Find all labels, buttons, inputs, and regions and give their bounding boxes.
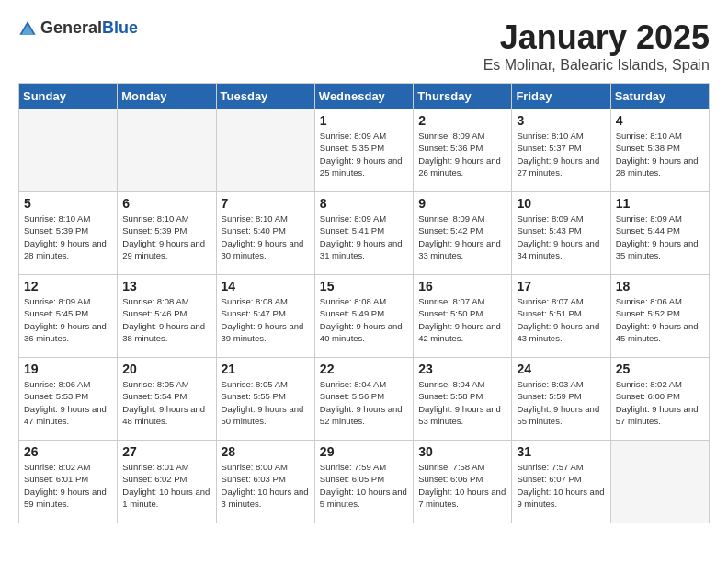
calendar-cell: 24 Sunrise: 8:03 AMSunset: 5:59 PMDaylig…: [512, 358, 610, 441]
day-info: Sunrise: 8:00 AMSunset: 6:03 PMDaylight:…: [222, 461, 310, 510]
day-number: 3: [517, 113, 605, 128]
day-info: Sunrise: 8:09 AMSunset: 5:44 PMDaylight:…: [616, 213, 704, 261]
day-number: 10: [517, 196, 605, 211]
col-header-wednesday: Wednesday: [314, 84, 413, 109]
day-info: Sunrise: 8:07 AMSunset: 5:50 PMDaylight:…: [418, 295, 506, 344]
calendar-cell: 15 Sunrise: 8:08 AMSunset: 5:49 PMDaylig…: [314, 275, 413, 358]
day-info: Sunrise: 8:10 AMSunset: 5:38 PMDaylight:…: [616, 130, 704, 178]
day-info: Sunrise: 8:02 AMSunset: 6:00 PMDaylight:…: [616, 378, 704, 427]
day-info: Sunrise: 7:59 AMSunset: 6:05 PMDaylight:…: [320, 461, 408, 510]
calendar-cell: 14 Sunrise: 8:08 AMSunset: 5:47 PMDaylig…: [216, 275, 314, 358]
calendar-cell: 4 Sunrise: 8:10 AMSunset: 5:38 PMDayligh…: [610, 109, 709, 192]
day-number: 7: [222, 196, 310, 211]
day-number: 29: [320, 444, 408, 459]
calendar-cell: 7 Sunrise: 8:10 AMSunset: 5:40 PMDayligh…: [216, 192, 314, 275]
day-info: Sunrise: 8:09 AMSunset: 5:41 PMDaylight:…: [320, 213, 408, 261]
month-title: January 2025: [483, 18, 710, 57]
week-row-2: 5 Sunrise: 8:10 AMSunset: 5:39 PMDayligh…: [19, 192, 710, 275]
week-row-3: 12 Sunrise: 8:09 AMSunset: 5:45 PMDaylig…: [19, 275, 710, 358]
day-info: Sunrise: 8:10 AMSunset: 5:39 PMDaylight:…: [24, 213, 112, 261]
day-number: 6: [122, 196, 210, 211]
day-info: Sunrise: 8:05 AMSunset: 5:54 PMDaylight:…: [122, 378, 210, 427]
calendar-cell: 20 Sunrise: 8:05 AMSunset: 5:54 PMDaylig…: [118, 358, 216, 441]
calendar-cell: [118, 109, 216, 192]
day-info: Sunrise: 8:06 AMSunset: 5:53 PMDaylight:…: [24, 378, 112, 427]
day-info: Sunrise: 8:04 AMSunset: 5:58 PMDaylight:…: [418, 378, 506, 427]
title-section: January 2025 Es Molinar, Balearic Island…: [483, 18, 710, 74]
calendar-cell: 22 Sunrise: 8:04 AMSunset: 5:56 PMDaylig…: [314, 358, 413, 441]
day-number: 13: [122, 279, 210, 293]
day-number: 1: [320, 113, 408, 128]
calendar-cell: [19, 109, 118, 192]
day-number: 5: [24, 196, 112, 211]
day-info: Sunrise: 8:09 AMSunset: 5:36 PMDaylight:…: [418, 130, 506, 178]
col-header-monday: Monday: [118, 84, 216, 109]
day-number: 27: [122, 444, 210, 459]
col-header-tuesday: Tuesday: [216, 84, 314, 109]
day-number: 21: [222, 362, 310, 376]
day-info: Sunrise: 8:04 AMSunset: 5:56 PMDaylight:…: [320, 378, 408, 427]
day-number: 24: [517, 362, 605, 376]
col-header-saturday: Saturday: [610, 84, 709, 109]
day-info: Sunrise: 8:08 AMSunset: 5:47 PMDaylight:…: [222, 295, 310, 344]
col-header-friday: Friday: [512, 84, 610, 109]
day-info: Sunrise: 8:06 AMSunset: 5:52 PMDaylight:…: [616, 295, 704, 344]
day-info: Sunrise: 7:57 AMSunset: 6:07 PMDaylight:…: [517, 461, 605, 510]
day-number: 8: [320, 196, 408, 211]
day-number: 14: [222, 279, 310, 293]
week-row-5: 26 Sunrise: 8:02 AMSunset: 6:01 PMDaylig…: [19, 441, 710, 523]
day-info: Sunrise: 8:09 AMSunset: 5:42 PMDaylight:…: [418, 213, 506, 261]
calendar-cell: 3 Sunrise: 8:10 AMSunset: 5:37 PMDayligh…: [512, 109, 610, 192]
day-number: 25: [616, 362, 704, 376]
calendar-cell: 1 Sunrise: 8:09 AMSunset: 5:35 PMDayligh…: [314, 109, 413, 192]
day-info: Sunrise: 8:09 AMSunset: 5:43 PMDaylight:…: [517, 213, 605, 261]
calendar-cell: 12 Sunrise: 8:09 AMSunset: 5:45 PMDaylig…: [19, 275, 118, 358]
calendar-cell: 31 Sunrise: 7:57 AMSunset: 6:07 PMDaylig…: [512, 441, 610, 523]
day-number: 20: [122, 362, 210, 376]
day-number: 12: [24, 279, 112, 293]
day-info: Sunrise: 8:09 AMSunset: 5:45 PMDaylight:…: [24, 295, 112, 344]
calendar-cell: 23 Sunrise: 8:04 AMSunset: 5:58 PMDaylig…: [414, 358, 512, 441]
location-title: Es Molinar, Balearic Islands, Spain: [483, 57, 710, 74]
day-info: Sunrise: 8:02 AMSunset: 6:01 PMDaylight:…: [24, 461, 112, 510]
day-info: Sunrise: 8:07 AMSunset: 5:51 PMDaylight:…: [517, 295, 605, 344]
calendar-cell: 6 Sunrise: 8:10 AMSunset: 5:39 PMDayligh…: [118, 192, 216, 275]
week-row-1: 1 Sunrise: 8:09 AMSunset: 5:35 PMDayligh…: [19, 109, 710, 192]
calendar-cell: 13 Sunrise: 8:08 AMSunset: 5:46 PMDaylig…: [118, 275, 216, 358]
calendar-cell: 25 Sunrise: 8:02 AMSunset: 6:00 PMDaylig…: [610, 358, 709, 441]
day-info: Sunrise: 8:08 AMSunset: 5:49 PMDaylight:…: [320, 295, 408, 344]
day-number: 30: [418, 444, 506, 459]
calendar-cell: 8 Sunrise: 8:09 AMSunset: 5:41 PMDayligh…: [314, 192, 413, 275]
day-info: Sunrise: 8:05 AMSunset: 5:55 PMDaylight:…: [222, 378, 310, 427]
calendar-cell: 30 Sunrise: 7:58 AMSunset: 6:06 PMDaylig…: [414, 441, 512, 523]
calendar-header-row: SundayMondayTuesdayWednesdayThursdayFrid…: [19, 84, 710, 109]
calendar-cell: 10 Sunrise: 8:09 AMSunset: 5:43 PMDaylig…: [512, 192, 610, 275]
calendar-cell: [610, 441, 709, 523]
logo: GeneralBlue: [18, 18, 138, 38]
day-number: 28: [222, 444, 310, 459]
calendar-cell: 5 Sunrise: 8:10 AMSunset: 5:39 PMDayligh…: [19, 192, 118, 275]
calendar-cell: 18 Sunrise: 8:06 AMSunset: 5:52 PMDaylig…: [610, 275, 709, 358]
day-number: 4: [616, 113, 704, 128]
day-number: 22: [320, 362, 408, 376]
day-number: 26: [24, 444, 112, 459]
day-info: Sunrise: 8:10 AMSunset: 5:37 PMDaylight:…: [517, 130, 605, 178]
day-info: Sunrise: 8:01 AMSunset: 6:02 PMDaylight:…: [122, 461, 210, 510]
calendar-cell: 19 Sunrise: 8:06 AMSunset: 5:53 PMDaylig…: [19, 358, 118, 441]
logo-text: GeneralBlue: [40, 18, 138, 38]
calendar-cell: 17 Sunrise: 8:07 AMSunset: 5:51 PMDaylig…: [512, 275, 610, 358]
calendar-table: SundayMondayTuesdayWednesdayThursdayFrid…: [18, 83, 710, 523]
calendar-cell: 29 Sunrise: 7:59 AMSunset: 6:05 PMDaylig…: [314, 441, 413, 523]
week-row-4: 19 Sunrise: 8:06 AMSunset: 5:53 PMDaylig…: [19, 358, 710, 441]
day-info: Sunrise: 8:08 AMSunset: 5:46 PMDaylight:…: [122, 295, 210, 344]
calendar-cell: 26 Sunrise: 8:02 AMSunset: 6:01 PMDaylig…: [19, 441, 118, 523]
calendar-cell: 11 Sunrise: 8:09 AMSunset: 5:44 PMDaylig…: [610, 192, 709, 275]
day-number: 15: [320, 279, 408, 293]
day-number: 2: [418, 113, 506, 128]
header: GeneralBlue January 2025 Es Molinar, Bal…: [18, 18, 710, 74]
day-number: 23: [418, 362, 506, 376]
day-info: Sunrise: 8:03 AMSunset: 5:59 PMDaylight:…: [517, 378, 605, 427]
calendar-cell: 9 Sunrise: 8:09 AMSunset: 5:42 PMDayligh…: [414, 192, 512, 275]
day-number: 9: [418, 196, 506, 211]
calendar-cell: 2 Sunrise: 8:09 AMSunset: 5:36 PMDayligh…: [414, 109, 512, 192]
